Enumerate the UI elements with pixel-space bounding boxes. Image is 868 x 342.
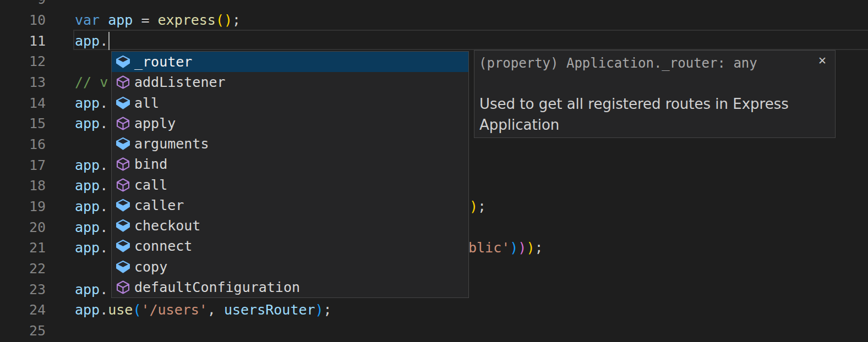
suggestion-_router[interactable]: _router	[112, 52, 468, 72]
code-line-25[interactable]: 25	[0, 321, 868, 341]
token-plain: ;	[478, 198, 486, 214]
token-variable: app	[75, 219, 100, 235]
suggestion-label: all	[134, 95, 159, 111]
symbol-method-icon	[116, 75, 130, 89]
suggestion-label: bind	[134, 156, 167, 172]
token-string: blic'	[468, 240, 510, 256]
suggestion-arguments[interactable]: arguments	[112, 134, 468, 154]
line-number: 9	[0, 0, 46, 10]
symbol-method-icon	[116, 157, 130, 171]
suggestion-label: _router	[134, 54, 192, 70]
suggestion-label: call	[134, 177, 167, 193]
symbol-method-icon	[116, 117, 130, 130]
code-text: app.	[75, 155, 108, 176]
line-number: 16	[0, 134, 46, 155]
docs-signature: (property) Application._router: any	[479, 56, 757, 71]
code-line-10[interactable]: 10var app = express();	[0, 10, 868, 31]
suggestion-label: copy	[134, 259, 167, 275]
symbol-method-icon	[116, 178, 130, 192]
line-number: 20	[0, 217, 46, 238]
code-text: app.	[75, 196, 108, 217]
token-plain: .	[100, 178, 108, 194]
line-number: 13	[0, 72, 46, 93]
token-variable: app	[75, 178, 100, 194]
line-number: 15	[0, 113, 46, 134]
token-variable: app	[75, 240, 100, 256]
suggest-docs-popup: (property) Application._router: any ✕ Us…	[474, 50, 836, 138]
token-comment: // v	[75, 74, 108, 90]
token-variable: usersRouter	[224, 302, 315, 318]
code-editor[interactable]: 910var app = express();11app.1213// v14a…	[0, 0, 868, 342]
close-icon[interactable]: ✕	[818, 56, 827, 66]
suggestion-label: addListener	[134, 74, 226, 90]
line-number: 24	[0, 300, 46, 321]
line-number: 12	[0, 51, 46, 72]
line-number: 21	[0, 238, 46, 258]
symbol-field-icon	[116, 137, 130, 151]
token-plain: ;	[534, 240, 543, 256]
suggest-widget[interactable]: _routeraddListenerallapplyargumentsbindc…	[111, 51, 469, 298]
suggestion-addListener[interactable]: addListener	[112, 72, 468, 92]
token-function: express	[158, 12, 216, 28]
token-variable: app	[75, 95, 100, 111]
token-keyword: var	[75, 12, 100, 28]
token-variable: app	[75, 33, 100, 49]
line-number: 18	[0, 175, 46, 196]
token-plain: ;	[324, 302, 332, 318]
text-cursor	[108, 32, 110, 50]
token-plain: .	[100, 115, 108, 131]
token-plain: .	[100, 157, 108, 173]
token-plain: .	[100, 302, 108, 318]
code-text: app.	[75, 93, 108, 114]
suggestion-call[interactable]: call	[112, 175, 468, 195]
symbol-field-icon	[116, 260, 130, 274]
token-bracket_gold: )	[470, 198, 478, 214]
token-plain: ;	[232, 12, 241, 28]
suggestion-label: arguments	[134, 136, 209, 152]
symbol-field-icon	[116, 239, 130, 253]
suggestion-checkout[interactable]: checkout	[112, 216, 468, 236]
line-number: 17	[0, 155, 46, 176]
token-plain: ,	[208, 302, 224, 318]
suggestion-apply[interactable]: apply	[112, 113, 468, 134]
symbol-field-icon	[116, 198, 130, 212]
docs-header: (property) Application._router: any ✕	[474, 51, 835, 71]
token-plain: .	[100, 198, 108, 214]
code-line-24[interactable]: 24app.use('/users', usersRouter);	[0, 300, 868, 321]
code-text: app.	[75, 175, 108, 196]
suggestion-bind[interactable]: bind	[112, 154, 468, 174]
suggestion-label: defaultConfiguration	[134, 279, 300, 295]
token-bracket_blue: )	[315, 302, 324, 318]
code-line-9[interactable]: 9	[0, 0, 868, 10]
token-plain: .	[100, 240, 108, 256]
token-variable: app	[75, 302, 100, 318]
code-text: app.	[75, 217, 108, 238]
token-plain: .	[100, 95, 108, 111]
token-string: '/users'	[141, 302, 207, 318]
symbol-field-icon	[116, 219, 130, 233]
line-number: 25	[0, 321, 46, 341]
symbol-field-icon	[116, 55, 130, 69]
code-line-11[interactable]: 11app.	[0, 31, 868, 52]
suggestion-all[interactable]: all	[112, 93, 468, 113]
token-variable: app	[75, 115, 100, 131]
line-number: 14	[0, 93, 46, 114]
suggestion-label: connect	[134, 238, 192, 254]
line-number: 22	[0, 258, 46, 279]
suggestion-connect[interactable]: connect	[112, 236, 468, 256]
code-text: app.	[75, 31, 108, 52]
token-plain: .	[100, 33, 108, 49]
suggestion-defaultConfiguration[interactable]: defaultConfiguration	[112, 277, 468, 297]
suggestion-label: checkout	[134, 218, 200, 234]
suggestion-copy[interactable]: copy	[112, 257, 468, 277]
line-number: 10	[0, 10, 46, 31]
suggestion-caller[interactable]: caller	[112, 195, 468, 216]
token-bracket_blue: (	[133, 302, 141, 318]
line-number: 11	[0, 31, 46, 52]
token-plain: =	[133, 12, 157, 28]
suggestion-label: caller	[134, 197, 184, 213]
code-text: app.use('/users', usersRouter);	[75, 300, 332, 321]
line-number: 23	[0, 279, 46, 300]
token-bracket_gold: )	[526, 240, 534, 256]
code-text: var app = express();	[75, 10, 241, 31]
